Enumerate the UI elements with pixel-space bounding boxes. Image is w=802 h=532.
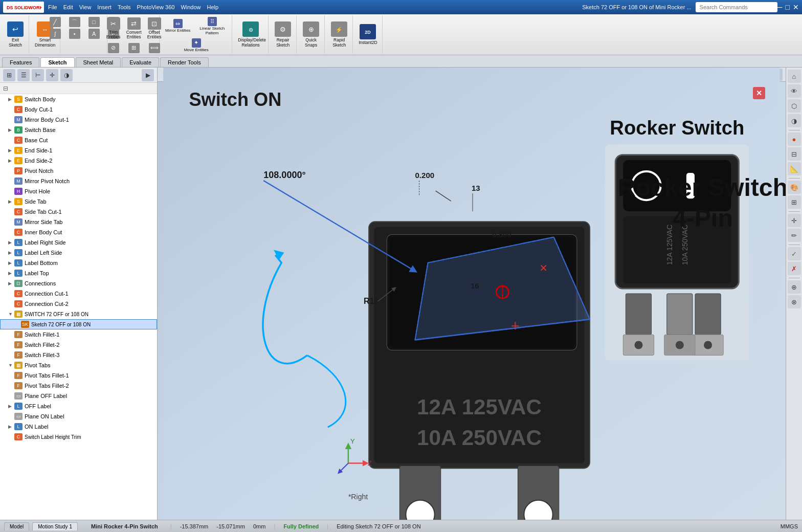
display-delete-button[interactable]: ⊛ Display/DeleteRelations — [235, 20, 266, 49]
panel-list-btn[interactable]: ☰ — [17, 69, 30, 81]
tree-item-switch-72[interactable]: ▼ ▦ SWITCH 72 OFF or 108 ON — [0, 309, 157, 319]
tree-item-conn-cut-1[interactable]: C Connection Cut-1 — [0, 289, 157, 299]
rp-snap-btn[interactable]: ✛ — [788, 214, 801, 227]
repair-sketch-button[interactable]: ⚙ RepairSketch — [272, 20, 294, 49]
menu-photoview[interactable]: PhotoView 360 — [137, 4, 175, 10]
rp-check-btn[interactable]: ✓ — [788, 247, 801, 260]
tree-item-pivot-fillet-2[interactable]: F Pivot Tabs Fillet-2 — [0, 381, 157, 391]
tree-item-off-label[interactable]: ▶ L OFF Label — [0, 401, 157, 411]
tree-item-end-side-2[interactable]: ▶ E End Side-2 — [0, 156, 157, 166]
motion-study-tab[interactable]: Motion Study 1 — [32, 522, 78, 530]
tree-item-switch-base[interactable]: ▶ B Switch Base — [0, 125, 157, 135]
tree-item-switch-fillet-2[interactable]: F Switch Fillet-2 — [0, 340, 157, 350]
model-tab[interactable]: Model — [4, 522, 29, 530]
rp-misc-btn2[interactable]: ⊗ — [788, 295, 801, 308]
point-tool[interactable]: • — [65, 28, 84, 39]
tree-item-pivot-hole[interactable]: H Pivot Hole — [0, 186, 157, 196]
convert-entities-button[interactable]: ⇄ ConvertEntities — [124, 16, 144, 41]
line-tool[interactable]: ╱ — [46, 16, 64, 28]
tree-item-mirror-body-cut[interactable]: M Mirror Body Cut-1 — [0, 115, 157, 125]
menu-insert[interactable]: Insert — [97, 4, 112, 10]
tab-features[interactable]: Features — [2, 57, 39, 67]
tree-item-side-tab[interactable]: ▶ S Side Tab — [0, 196, 157, 207]
mirror-entities-button[interactable]: ⇔ Mirror Entities — [163, 18, 193, 34]
rp-photoview-btn[interactable]: 🎨 — [788, 181, 801, 194]
rp-display-btn[interactable]: ◑ — [788, 114, 801, 127]
menu-window[interactable]: Window — [181, 4, 201, 10]
rp-edit-btn[interactable]: ✏ — [788, 229, 801, 242]
panel-collapse-btn[interactable]: ▶ — [142, 69, 154, 81]
construction-btn[interactable]: ⊘ — [104, 42, 123, 54]
panel-color-btn[interactable]: ◑ — [60, 69, 73, 81]
quick-snaps-button[interactable]: ⊕ QuickSnaps — [300, 20, 322, 49]
command-search[interactable] — [696, 2, 777, 12]
tab-sketch[interactable]: Sketch — [40, 57, 74, 67]
tree-item-end-side-1[interactable]: ▶ E End Side-1 — [0, 145, 157, 156]
tree-item-label-bottom[interactable]: ▶ L Label Bottom — [0, 258, 157, 268]
tree-item-inner-body-cut[interactable]: C Inner Body Cut — [0, 227, 157, 237]
rp-3d-btn[interactable]: ⬡ — [788, 99, 801, 113]
rect-tool[interactable]: □ — [85, 16, 103, 28]
tree-item-conn-cut-2[interactable]: C Connection Cut-2 — [0, 299, 157, 309]
rp-table-btn[interactable]: ⊞ — [788, 195, 801, 209]
maximize-button[interactable]: □ — [786, 3, 790, 11]
tree-item-plane-off[interactable]: ▭ Plane OFF Label — [0, 391, 157, 401]
tree-item-mirror-side-tab[interactable]: M Mirror Side Tab — [0, 217, 157, 227]
tree-item-label-right[interactable]: ▶ L Label Right Side — [0, 237, 157, 248]
tree-item-label-left[interactable]: ▶ L Label Left Side — [0, 248, 157, 258]
feature-tree[interactable]: ▶ S Switch Body C Body Cut-1 M Mirror Bo… — [0, 94, 157, 520]
tree-item-pivot-notch[interactable]: P Pivot Notch — [0, 166, 157, 176]
menu-tools[interactable]: Tools — [118, 4, 131, 10]
tree-item-plane-on[interactable]: ▭ Plane ON Label — [0, 411, 157, 422]
rp-measure-btn[interactable]: 📐 — [788, 162, 801, 175]
text-icon: A — [88, 29, 100, 39]
rp-views-btn[interactable]: 👁 — [788, 84, 801, 98]
tree-item-mirror-pivot[interactable]: M Mirror Pivot Notch — [0, 176, 157, 186]
panel-grid-btn[interactable]: ⊞ — [3, 69, 15, 81]
menu-file[interactable]: File — [48, 4, 57, 10]
instant2d-button[interactable]: 2D Instant2D — [356, 23, 380, 47]
panel-tree-btn[interactable]: ⊢ — [32, 69, 44, 81]
rp-color-btn[interactable]: ● — [788, 132, 801, 146]
rp-cancel-btn[interactable]: ✗ — [788, 262, 801, 275]
rapid-sketch-button[interactable]: ⚡ RapidSketch — [328, 20, 350, 49]
viewport[interactable]: 🔍 ⊙ ⊞ ⊾ ⊟ ⌂ VIEW Swit — [158, 68, 786, 520]
menu-edit[interactable]: Edit — [63, 4, 73, 10]
right-sidebar: ⌂ 👁 ⬡ ◑ ● ⊟ 📐 🎨 ⊞ ✛ ✏ ✓ ✗ ⊕ ⊗ — [786, 68, 802, 520]
tree-item-switch-fillet-1[interactable]: F Switch Fillet-1 — [0, 329, 157, 340]
tree-item-label-top[interactable]: ▶ L Label Top — [0, 268, 157, 278]
trim-entities-button[interactable]: ✂ TrimEntities — [104, 16, 123, 41]
arc-tool[interactable]: ⌒ — [65, 16, 84, 28]
tab-sheet-metal[interactable]: Sheet Metal — [76, 57, 121, 67]
linear-pattern-button[interactable]: ⠿ Linear Sketch Pattern — [194, 16, 230, 36]
tree-item-pivot-fillet-1[interactable]: F Pivot Tabs Fillet-1 — [0, 370, 157, 381]
rp-home-btn[interactable]: ⌂ — [788, 70, 801, 83]
tree-item-switch-body[interactable]: ▶ S Switch Body — [0, 94, 157, 104]
tree-item-side-tab-cut[interactable]: C Side Tab Cut-1 — [0, 207, 157, 217]
panel-snap-btn[interactable]: ✛ — [46, 69, 58, 81]
rp-section-btn[interactable]: ⊟ — [788, 147, 801, 161]
pivot-notch-icon: P — [14, 167, 23, 174]
text-tool[interactable]: A — [85, 28, 103, 39]
tree-item-sketch-72[interactable]: SK Sketch 72 OFF or 108 ON — [0, 319, 157, 329]
measure-btn[interactable]: ⊞ — [125, 42, 143, 54]
tree-item-connections[interactable]: ▶ ⊡ Connections — [0, 278, 157, 289]
rp-misc-btn1[interactable]: ⊕ — [788, 280, 801, 294]
minimize-button[interactable]: ─ — [777, 3, 783, 11]
tree-item-body-cut-1[interactable]: C Body Cut-1 — [0, 104, 157, 115]
tree-item-switch-fillet-3[interactable]: F Switch Fillet-3 — [0, 350, 157, 360]
base-cut-icon: C — [14, 137, 23, 144]
tab-evaluate[interactable]: Evaluate — [122, 57, 159, 67]
tree-item-on-label[interactable]: ▶ L ON Label — [0, 422, 157, 432]
exit-sketch-button[interactable]: ↩ ExitSketch — [4, 20, 27, 49]
close-button[interactable]: ✕ — [793, 3, 799, 11]
tree-item-sw-label-trim[interactable]: C Switch Label Height Trim — [0, 432, 157, 442]
tree-item-base-cut[interactable]: C Base Cut — [0, 135, 157, 145]
spline-tool[interactable]: ∫ — [46, 28, 64, 39]
move-entities-button[interactable]: ✦ Move Entities — [176, 38, 217, 53]
tree-item-pivot-tabs[interactable]: ▼ ▦ Pivot Tabs — [0, 360, 157, 370]
menu-help[interactable]: Help — [207, 4, 219, 10]
menu-view[interactable]: View — [79, 4, 92, 10]
sketch-close-button[interactable]: ✕ — [753, 87, 765, 99]
tab-render-tools[interactable]: Render Tools — [160, 57, 209, 67]
